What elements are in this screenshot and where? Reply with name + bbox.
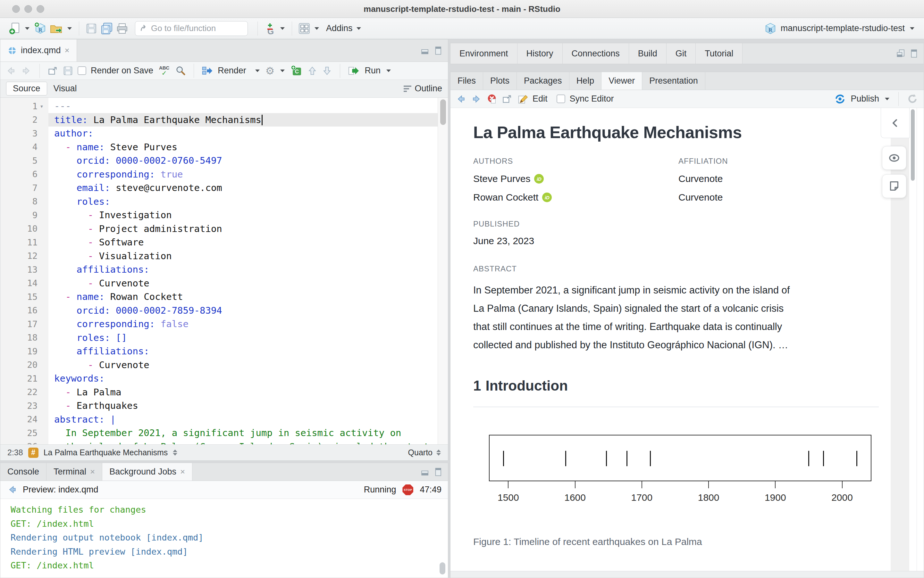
line-number[interactable]: 19	[27, 346, 37, 356]
tab-files[interactable]: Files	[451, 72, 483, 90]
collapse-sidebar-button[interactable]	[881, 108, 909, 138]
line-number[interactable]: 21	[27, 373, 37, 383]
console-scrollbar-thumb[interactable]	[439, 562, 445, 575]
render-dropdown-icon[interactable]	[255, 70, 260, 72]
code-line[interactable]: - Visualization	[49, 249, 448, 263]
goto-file-function-input[interactable]	[151, 23, 243, 33]
workspace-panes-dropdown-icon[interactable]	[314, 27, 319, 30]
code-line[interactable]: ---	[49, 99, 448, 113]
new-file-dropdown-icon[interactable]	[25, 27, 29, 30]
line-number[interactable]: 20	[27, 360, 37, 370]
line-number[interactable]: 26	[27, 442, 37, 444]
close-icon[interactable]: ×	[65, 45, 70, 55]
run-icon[interactable]	[348, 65, 360, 76]
popout-editor-icon[interactable]	[47, 66, 59, 76]
code-line[interactable]: roles: []	[49, 331, 448, 345]
code-line[interactable]: - Earthquakes	[49, 399, 448, 413]
tab-index-qmd[interactable]: index.qmd ×	[0, 39, 77, 62]
visibility-button[interactable]	[882, 146, 906, 170]
forward-icon[interactable]	[21, 66, 32, 76]
line-number[interactable]: 14	[27, 278, 37, 288]
viewer-back-icon[interactable]	[455, 94, 467, 104]
line-number[interactable]: 3	[33, 128, 37, 138]
close-icon[interactable]: ×	[90, 467, 95, 477]
addins-button[interactable]: Addins	[326, 23, 353, 33]
visual-mode-button[interactable]: Visual	[47, 82, 83, 95]
publish-button[interactable]: Publish	[851, 94, 879, 104]
line-number[interactable]: 4	[33, 142, 37, 152]
outline-toggle-button[interactable]: Outline	[415, 84, 442, 94]
settings-dropdown-icon[interactable]	[280, 70, 285, 72]
line-number[interactable]: 2	[33, 115, 37, 125]
tab-help[interactable]: Help	[569, 72, 602, 90]
maximize-pane-icon[interactable]	[909, 49, 919, 58]
line-number[interactable]: 22	[27, 387, 37, 397]
code-line[interactable]: orcid: 0000-0002-7859-8394	[49, 304, 448, 318]
find-replace-icon[interactable]	[175, 65, 186, 76]
tab-tutorial[interactable]: Tutorial	[696, 43, 743, 64]
close-icon[interactable]: ×	[180, 467, 185, 477]
back-icon[interactable]	[5, 66, 16, 76]
spellcheck-icon[interactable]: ABC ✓	[158, 64, 171, 78]
code-line[interactable]: - Curvenote	[49, 276, 448, 290]
minimize-pane-icon[interactable]	[420, 467, 430, 477]
line-number[interactable]: 18	[27, 333, 37, 343]
render-icon[interactable]	[202, 65, 213, 76]
format-menu-arrows-icon[interactable]	[436, 450, 441, 456]
save-icon[interactable]	[85, 21, 98, 36]
code-line[interactable]: email: steve@curvenote.com	[49, 181, 448, 195]
section-jump-arrows-icon[interactable]	[173, 450, 177, 456]
line-number[interactable]: 1	[33, 101, 37, 111]
insert-chunk-icon[interactable]: C	[291, 65, 303, 77]
print-icon[interactable]	[116, 21, 129, 36]
tab-console[interactable]: Console	[0, 463, 47, 481]
code-line[interactable]: - Investigation	[49, 208, 448, 222]
line-number[interactable]: 25	[27, 428, 37, 438]
code-line[interactable]: - Curvenote	[49, 358, 448, 372]
code-line[interactable]: author:	[49, 127, 448, 140]
version-control-dropdown-icon[interactable]	[280, 27, 285, 30]
viewer-scrollbar-thumb[interactable]	[911, 109, 915, 181]
editor-scrollbar-thumb[interactable]	[440, 99, 446, 125]
new-file-icon[interactable]	[8, 21, 21, 36]
workspace-panes-icon[interactable]	[298, 21, 311, 36]
edit-button[interactable]: Edit	[532, 94, 548, 104]
section-jump-menu[interactable]: La Palma Earthquake Mechanisms	[44, 448, 168, 457]
line-number[interactable]: 8	[33, 196, 37, 206]
tab-connections[interactable]: Connections	[563, 43, 629, 64]
tab-git[interactable]: Git	[667, 43, 696, 64]
save-document-icon[interactable]	[63, 66, 73, 76]
back-icon[interactable]	[7, 485, 18, 495]
minimize-pane-icon[interactable]	[420, 46, 430, 55]
tab-packages[interactable]: Packages	[517, 72, 569, 90]
editor-scrollbar[interactable]	[438, 98, 448, 444]
line-number[interactable]: 13	[27, 265, 37, 274]
code-line[interactable]: title: La Palma Earthquake Mechanisms	[49, 113, 448, 127]
code-line[interactable]: roles:	[49, 195, 448, 209]
code-line[interactable]: - Project administration	[49, 222, 448, 236]
line-number[interactable]: 5	[33, 156, 37, 166]
line-number[interactable]: 6	[33, 169, 37, 179]
project-menu-button[interactable]: R manuscript-template-rstudio-test	[764, 22, 916, 35]
open-file-dropdown-icon[interactable]	[67, 27, 72, 30]
line-number[interactable]: 7	[33, 183, 37, 193]
tab-terminal[interactable]: Terminal×	[47, 463, 102, 481]
code-line[interactable]: corresponding: true	[49, 167, 448, 181]
line-number[interactable]: 24	[27, 414, 37, 424]
code-line[interactable]: abstract: |	[49, 413, 448, 427]
code-line[interactable]: affiliations:	[49, 344, 448, 358]
tab-history[interactable]: History	[517, 43, 563, 64]
code-area[interactable]: 1▾23456789101112131415161718192021222324…	[0, 98, 448, 444]
tab-background-jobs[interactable]: Background Jobs×	[102, 463, 192, 481]
maximize-pane-icon[interactable]	[433, 46, 443, 55]
line-number[interactable]: 9	[33, 210, 37, 220]
line-number[interactable]: 17	[27, 319, 37, 329]
tab-environment[interactable]: Environment	[451, 43, 517, 64]
code-line[interactable]: the island of La Palma (Canary Islands, …	[49, 440, 448, 445]
annotation-note-button[interactable]	[882, 174, 906, 198]
line-number[interactable]: 23	[27, 401, 37, 411]
addins-dropdown-icon[interactable]	[356, 27, 361, 30]
tab-presentation[interactable]: Presentation	[642, 72, 705, 90]
version-control-icon[interactable]: G	[264, 21, 277, 36]
tab-viewer[interactable]: Viewer	[602, 72, 642, 90]
